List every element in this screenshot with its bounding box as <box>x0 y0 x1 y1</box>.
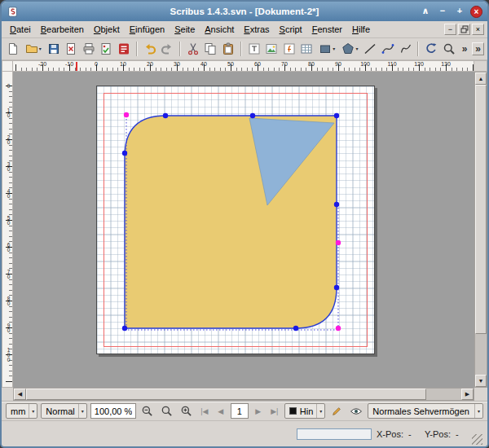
mdi-restore-button[interactable] <box>458 24 470 35</box>
control-point-handle[interactable] <box>336 240 341 245</box>
window-menu-icon[interactable] <box>7 6 19 18</box>
menu-hilfe[interactable]: Hilfe <box>347 23 375 36</box>
zoom-default-button[interactable] <box>159 403 175 419</box>
rotate-item-button[interactable] <box>423 41 439 58</box>
node-handle[interactable] <box>250 113 255 118</box>
node-handle[interactable] <box>163 113 168 118</box>
insert-table-button[interactable] <box>299 41 315 58</box>
menu-ansicht[interactable]: Ansicht <box>200 23 239 36</box>
zoom-out-button[interactable] <box>139 403 156 419</box>
menu-script[interactable]: Script <box>275 23 307 36</box>
horizontal-ruler[interactable]: -20 -10 0 10 20 30 40 50 60 70 80 90 100… <box>13 60 474 72</box>
control-point-handle[interactable] <box>336 326 341 331</box>
zoom-level-input[interactable] <box>90 403 136 419</box>
vertical-scroll-thumb[interactable] <box>475 85 487 334</box>
horizontal-scroll-track[interactable] <box>26 389 461 400</box>
pen-icon <box>331 406 342 417</box>
insert-text-frame-button[interactable] <box>246 41 262 58</box>
copy-button[interactable] <box>203 41 219 58</box>
insert-line-button[interactable] <box>363 41 379 58</box>
vertical-scroll-track[interactable] <box>475 85 487 375</box>
node-handle[interactable] <box>122 151 127 156</box>
preflight-verifier-button[interactable] <box>99 41 115 58</box>
save-document-button[interactable] <box>46 41 62 58</box>
toolbar-separator <box>417 42 419 56</box>
layer-combobox[interactable]: Hin ▾ <box>284 403 326 419</box>
save-as-pdf-button[interactable] <box>116 41 132 58</box>
redo-button[interactable] <box>159 41 175 58</box>
scroll-down-button[interactable]: ▼ <box>475 375 487 387</box>
unit-combobox[interactable]: mm ▾ <box>6 403 37 419</box>
maximize-button[interactable]: + <box>453 5 466 18</box>
horizontal-scroll-thumb[interactable] <box>26 389 426 400</box>
previous-page-button[interactable]: ◀ <box>214 404 227 419</box>
title-bar[interactable]: Scribus 1.4.3.svn - [Dokument-2*] ∧ − + … <box>2 2 487 21</box>
mdi-close-button[interactable]: × <box>472 24 484 35</box>
close-document-button[interactable] <box>63 41 79 58</box>
insert-shape-button[interactable]: ▾ <box>316 41 337 58</box>
new-document-button[interactable] <box>5 41 21 58</box>
ruler-position-marker <box>76 62 77 71</box>
horizontal-scrollbar[interactable]: ◀ ▶ <box>13 388 474 401</box>
v-ruler-label: 90 <box>3 323 11 332</box>
ypos-value: - <box>456 429 467 439</box>
rotate-icon <box>425 42 438 55</box>
mdi-minimize-button[interactable]: − <box>444 24 456 35</box>
next-page-button[interactable]: ▶ <box>252 404 265 419</box>
layer-color-swatch <box>289 407 297 415</box>
undo-button[interactable] <box>142 41 158 58</box>
node-handle[interactable] <box>334 285 339 290</box>
window-resize-grip[interactable] <box>472 434 482 445</box>
page-number-input[interactable] <box>231 403 249 419</box>
h-ruler-label: -10 <box>65 61 73 67</box>
vision-mode-combobox[interactable]: Normales Sehvermögen ▾ <box>368 403 483 419</box>
info-bar: X-Pos: - Y-Pos: - <box>2 420 487 446</box>
minimize-button[interactable]: − <box>436 5 449 18</box>
menu-fenster[interactable]: Fenster <box>307 23 347 36</box>
menu-extras[interactable]: Extras <box>239 23 274 36</box>
insert-render-frame-button[interactable] <box>281 41 297 58</box>
h-ruler-label: 50 <box>227 61 234 67</box>
quality-combobox[interactable]: Normal ▾ <box>41 403 86 419</box>
edit-layer-button[interactable] <box>328 403 345 419</box>
menu-einfuegen[interactable]: Einfügen <box>125 23 170 36</box>
scroll-up-button[interactable]: ▲ <box>475 72 487 85</box>
control-point-handle[interactable] <box>124 112 129 117</box>
node-handle[interactable] <box>293 326 298 331</box>
open-document-button[interactable]: ▾ <box>23 41 44 58</box>
menu-seite[interactable]: Seite <box>170 23 200 36</box>
dropdown-caret-icon: ▾ <box>333 46 335 51</box>
preview-mode-button[interactable] <box>348 403 364 419</box>
paste-button[interactable] <box>220 41 236 58</box>
menu-datei[interactable]: Datei <box>5 23 36 36</box>
zoom-tool-button[interactable] <box>441 41 457 58</box>
close-button[interactable]: × <box>470 6 482 18</box>
insert-image-frame-button[interactable] <box>263 41 280 58</box>
zoom-in-button[interactable] <box>178 403 195 419</box>
node-handle[interactable] <box>334 113 339 118</box>
print-button[interactable] <box>81 41 97 58</box>
menu-bearbeiten[interactable]: Bearbeiten <box>36 23 89 36</box>
h-ruler-label: 130 <box>441 61 451 67</box>
insert-polygon-button[interactable]: ▾ <box>339 41 360 58</box>
first-page-button[interactable]: |◀ <box>198 404 211 419</box>
menu-objekt[interactable]: Objekt <box>89 23 125 36</box>
insert-bezier-button[interactable] <box>380 41 396 58</box>
scroll-right-button[interactable]: ▶ <box>461 389 474 400</box>
insert-freehand-button[interactable] <box>398 41 414 58</box>
vertical-ruler[interactable]: 0 10 20 30 40 50 60 70 80 90 100 <box>2 72 13 388</box>
cut-button[interactable] <box>185 41 201 58</box>
toolbar-overflow-button-2[interactable]: » <box>472 42 484 55</box>
xpos-value: - <box>408 429 420 439</box>
last-page-button[interactable]: ▶| <box>268 404 281 419</box>
dropdown-caret-icon: ▾ <box>78 404 84 418</box>
toolbar-overflow-button[interactable]: » <box>459 42 471 55</box>
scroll-left-button[interactable]: ◀ <box>14 389 26 400</box>
document-canvas[interactable] <box>13 72 474 388</box>
close-document-icon <box>64 42 77 55</box>
vertical-scrollbar[interactable]: ▲ ▼ <box>474 72 487 388</box>
node-handle[interactable] <box>122 326 127 331</box>
shade-button[interactable]: ∧ <box>419 5 432 18</box>
node-handle[interactable] <box>334 202 339 207</box>
ruler-corner[interactable] <box>2 60 13 72</box>
